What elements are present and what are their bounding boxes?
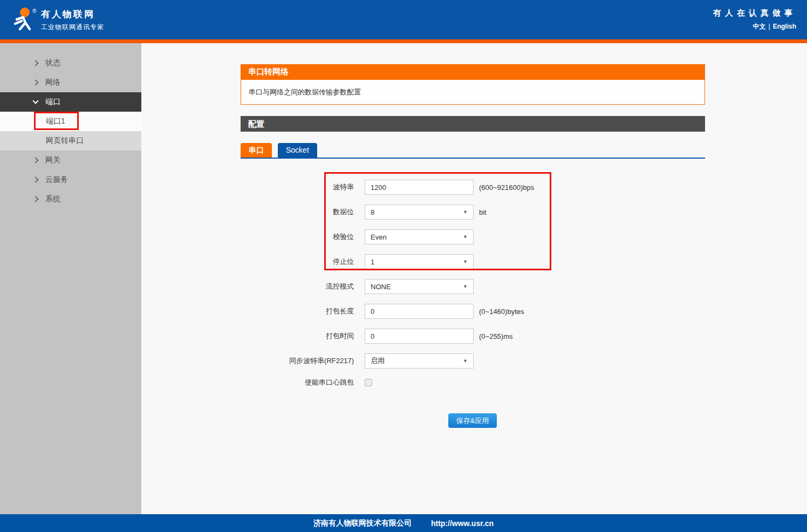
main-content: 串口转网络 串口与网络之间的数据传输参数配置 配置 串口 Socket 波特率 … xyxy=(141,43,807,514)
sidebar-item-system[interactable]: 系统 xyxy=(0,189,141,209)
header-right: 有人在认真做事 中文|English xyxy=(713,8,796,31)
registered-mark: ® xyxy=(32,8,36,14)
sync-baud-rate-select[interactable]: 启用 ▼ xyxy=(365,353,474,369)
pack-time-input[interactable] xyxy=(365,329,474,344)
lang-english-link[interactable]: English xyxy=(773,23,796,30)
serial-heartbeat-checkbox[interactable] xyxy=(365,379,372,386)
section-title: 配置 xyxy=(241,116,705,132)
sidebar-item-gateway[interactable]: 网关 xyxy=(0,151,141,170)
dropdown-arrow-icon: ▼ xyxy=(463,209,468,215)
sidebar-item-label: 云服务 xyxy=(45,175,68,185)
page-title: 串口转网络 xyxy=(241,64,705,79)
lang-chinese-link[interactable]: 中文 xyxy=(753,23,766,30)
sidebar: 状态 网络 端口 端口1 网页转串口 网关 云服务 系统 xyxy=(0,43,141,514)
stop-bits-value: 1 xyxy=(371,258,374,266)
chevron-down-icon xyxy=(32,98,38,104)
sidebar-item-web-to-serial[interactable]: 网页转串口 xyxy=(0,131,141,151)
parity-label: 校验位 xyxy=(241,232,354,242)
data-bits-value: 8 xyxy=(371,208,374,216)
chevron-right-icon xyxy=(32,176,38,182)
flow-control-select[interactable]: NONE ▼ xyxy=(365,279,474,294)
form-row-pack-time: 打包时间 (0~255)ms xyxy=(241,329,534,344)
brand: ® 有人物联网 工业物联网通讯专家 xyxy=(11,6,104,34)
pack-length-label: 打包长度 xyxy=(241,306,354,316)
serial-heartbeat-label: 使能串口心跳包 xyxy=(241,378,354,387)
form-row-baud-rate: 波特率 (600~921600)bps xyxy=(241,180,534,195)
stop-bits-label: 停止位 xyxy=(241,257,354,267)
form-row-parity: 校验位 Even ▼ xyxy=(241,229,534,244)
dropdown-arrow-icon: ▼ xyxy=(463,259,468,264)
form-row-pack-length: 打包长度 (0~1460)bytes xyxy=(241,304,534,319)
brand-subtitle: 工业物联网通讯专家 xyxy=(41,23,104,32)
dropdown-arrow-icon: ▼ xyxy=(463,284,468,289)
footer-url-link[interactable]: http://www.usr.cn xyxy=(431,519,494,528)
sidebar-item-label: 系统 xyxy=(45,194,60,204)
sidebar-item-cloud-service[interactable]: 云服务 xyxy=(0,170,141,189)
baud-rate-hint: (600~921600)bps xyxy=(479,183,534,192)
chevron-right-icon xyxy=(32,196,38,202)
sidebar-item-label: 端口 xyxy=(45,97,60,107)
sync-baud-rate-value: 启用 xyxy=(371,356,385,366)
parity-value: Even xyxy=(371,233,387,241)
pack-time-label: 打包时间 xyxy=(241,331,354,341)
sidebar-item-label: 网络 xyxy=(45,78,60,87)
brand-text: 有人物联网 工业物联网通讯专家 xyxy=(41,8,104,32)
chevron-right-icon xyxy=(32,79,38,85)
dropdown-arrow-icon: ▼ xyxy=(463,234,468,240)
sidebar-item-network[interactable]: 网络 xyxy=(0,73,141,92)
data-bits-select[interactable]: 8 ▼ xyxy=(365,204,474,220)
top-header: ® 有人物联网 工业物联网通讯专家 有人在认真做事 中文|English xyxy=(0,0,807,39)
header-slogan: 有人在认真做事 xyxy=(713,8,796,18)
sidebar-item-label: 端口1 xyxy=(46,117,65,126)
header-accent-strip xyxy=(0,39,807,43)
page: ® 有人物联网 工业物联网通讯专家 有人在认真做事 中文|English 状态 … xyxy=(0,0,807,532)
data-bits-hint: bit xyxy=(479,208,487,216)
sidebar-item-port[interactable]: 端口 xyxy=(0,92,141,112)
chevron-right-icon xyxy=(32,60,38,66)
lang-divider: | xyxy=(769,23,770,30)
pack-length-input[interactable] xyxy=(365,304,474,319)
flow-control-value: NONE xyxy=(371,283,391,291)
language-switch: 中文|English xyxy=(713,22,796,31)
tab-bar: 串口 Socket xyxy=(241,143,705,159)
flow-control-label: 流控模式 xyxy=(241,282,354,291)
footer: 济南有人物联网技术有限公司 http://www.usr.cn xyxy=(0,514,807,532)
form-row-data-bits: 数据位 8 ▼ bit xyxy=(241,204,534,220)
pack-time-hint: (0~255)ms xyxy=(479,332,513,340)
sync-baud-rate-label: 同步波特率(RF2217) xyxy=(241,356,354,366)
tab-serial[interactable]: 串口 xyxy=(241,143,272,158)
sidebar-item-status[interactable]: 状态 xyxy=(0,53,141,73)
footer-company: 济南有人物联网技术有限公司 xyxy=(313,519,412,528)
form-row-flow-control: 流控模式 NONE ▼ xyxy=(241,279,534,294)
baud-rate-label: 波特率 xyxy=(241,182,354,192)
form-row-serial-heartbeat: 使能串口心跳包 xyxy=(241,378,534,387)
sidebar-item-port1[interactable]: 端口1 xyxy=(0,112,141,131)
form-row-stop-bits: 停止位 1 ▼ xyxy=(241,254,534,269)
pack-length-hint: (0~1460)bytes xyxy=(479,308,524,316)
chevron-right-icon xyxy=(32,157,38,163)
form-row-sync-baud-rate: 同步波特率(RF2217) 启用 ▼ xyxy=(241,353,534,369)
save-apply-button[interactable]: 保存&应用 xyxy=(448,413,497,428)
serial-settings-form: 波特率 (600~921600)bps 数据位 8 ▼ bit 校验位 Even… xyxy=(241,180,534,397)
page-description: 串口与网络之间的数据传输参数配置 xyxy=(241,79,705,105)
sidebar-item-label: 网关 xyxy=(45,155,60,165)
sidebar-item-label: 网页转串口 xyxy=(46,136,84,146)
brand-title: 有人物联网 xyxy=(41,8,104,21)
baud-rate-input[interactable] xyxy=(365,180,474,195)
stop-bits-select[interactable]: 1 ▼ xyxy=(365,254,474,269)
tab-socket[interactable]: Socket xyxy=(278,143,317,158)
parity-select[interactable]: Even ▼ xyxy=(365,229,474,244)
dropdown-arrow-icon: ▼ xyxy=(463,358,468,364)
sidebar-item-label: 状态 xyxy=(45,58,60,68)
data-bits-label: 数据位 xyxy=(241,207,354,217)
